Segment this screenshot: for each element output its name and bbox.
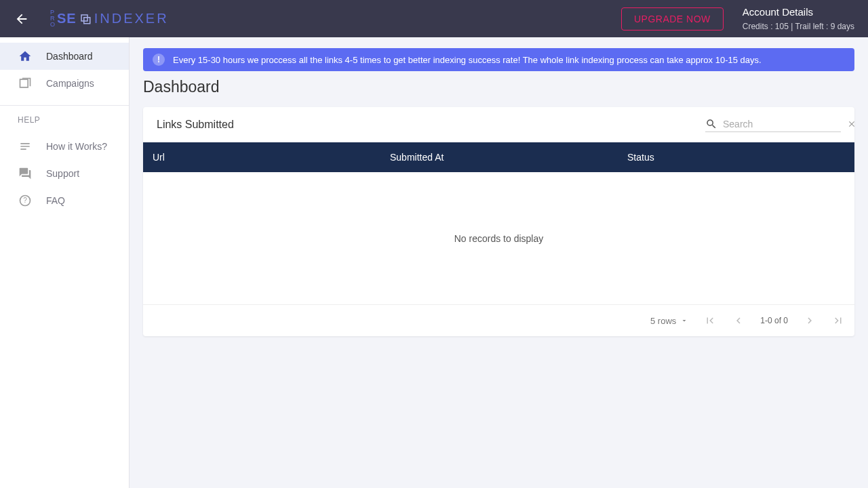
search-input[interactable] [723,119,842,129]
home-icon [18,49,33,64]
rows-label: 5 rows [650,316,676,326]
logo-pro-text: PRO [50,9,56,28]
sidebar-item-label: Campaigns [46,78,94,89]
last-page-icon [832,314,844,327]
app-header: PRO SE INDEXER UPGRADE NOW Account Detai… [0,0,868,37]
sidebar-item-label: Dashboard [46,51,93,62]
column-status[interactable]: Status [627,152,845,163]
account-title: Account Details [743,5,854,20]
prev-page-button[interactable] [732,314,745,327]
sidebar-item-label: FAQ [46,195,65,206]
chevron-down-icon [680,317,688,325]
clear-search-icon[interactable] [847,119,856,129]
page-title: Dashboard [143,78,854,96]
table-body: No records to display [143,172,854,305]
empty-state-text: No records to display [454,233,544,244]
chevron-right-icon [804,314,816,327]
logo: PRO SE INDEXER [50,9,169,28]
sidebar-divider [0,105,129,106]
pagination-range: 1-0 of 0 [760,316,788,325]
layers-icon [18,76,33,91]
card-header: Links Submitted [143,107,854,142]
search-icon [705,118,717,130]
sidebar: Dashboard Campaigns HELP How it Works? S… [0,37,130,488]
sidebar-item-label: Support [46,168,79,179]
sidebar-section-help: HELP [0,115,129,125]
first-page-icon [704,314,716,327]
chevron-left-icon [732,314,745,327]
sidebar-item-support[interactable]: Support [0,160,129,187]
column-url[interactable]: Url [153,152,390,163]
main-content: ! Every 15-30 hours we proccess all the … [130,37,868,488]
links-card: Links Submitted Url Submitted At Status [143,107,854,336]
info-icon: ! [153,54,165,66]
sidebar-item-label: How it Works? [46,141,107,152]
first-page-button[interactable] [703,314,717,327]
sidebar-item-how-it-works[interactable]: How it Works? [0,133,129,160]
logo-link-icon [79,13,92,25]
sidebar-item-faq[interactable]: ? FAQ [0,187,129,214]
last-page-button[interactable] [831,314,845,327]
book-icon [18,139,33,154]
account-subtitle: Credits : 105 | Trail left : 9 days [743,20,854,33]
rows-per-page-select[interactable]: 5 rows [650,316,688,326]
search-field[interactable] [705,118,841,132]
banner-text: Every 15-30 hours we proccess all the li… [173,55,762,65]
chat-icon [18,166,33,181]
column-submitted-at[interactable]: Submitted At [390,152,627,163]
table-header-row: Url Submitted At Status [143,142,854,172]
upgrade-button[interactable]: UPGRADE NOW [621,7,724,30]
sidebar-item-dashboard[interactable]: Dashboard [0,43,129,70]
back-button[interactable] [14,11,30,27]
help-circle-icon: ? [18,193,33,208]
account-details: Account Details Credits : 105 | Trail le… [743,5,854,33]
info-banner: ! Every 15-30 hours we proccess all the … [143,48,854,71]
card-title: Links Submitted [157,119,234,131]
logo-se-text: SE [57,11,77,26]
svg-text:?: ? [23,197,27,204]
next-page-button[interactable] [803,314,816,327]
arrow-left-icon [14,12,29,26]
table-footer: 5 rows 1-0 of 0 [143,305,854,336]
logo-indexer-text: INDEXER [94,11,169,26]
sidebar-item-campaigns[interactable]: Campaigns [0,70,129,97]
